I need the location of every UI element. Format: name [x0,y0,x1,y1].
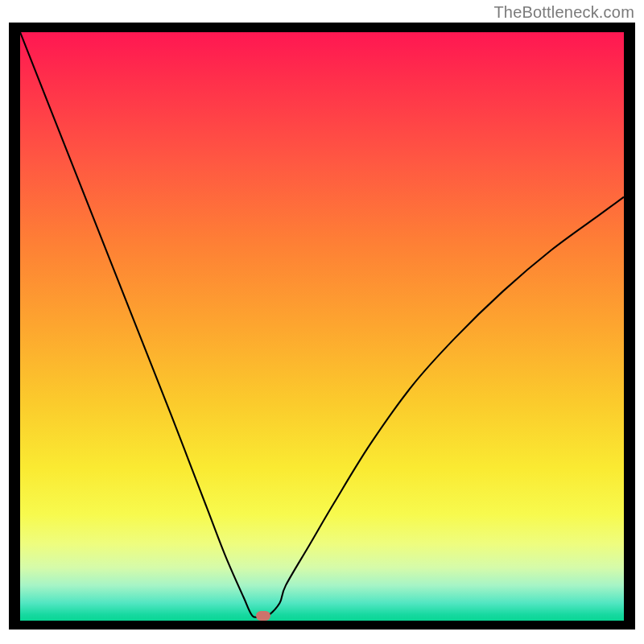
plot-area [20,32,624,621]
curve-svg [20,32,624,621]
minimum-marker [256,611,270,621]
bottleneck-curve [20,32,624,617]
bottleneck-chart: TheBottleneck.com [0,0,644,644]
watermark-text: TheBottleneck.com [493,3,634,22]
